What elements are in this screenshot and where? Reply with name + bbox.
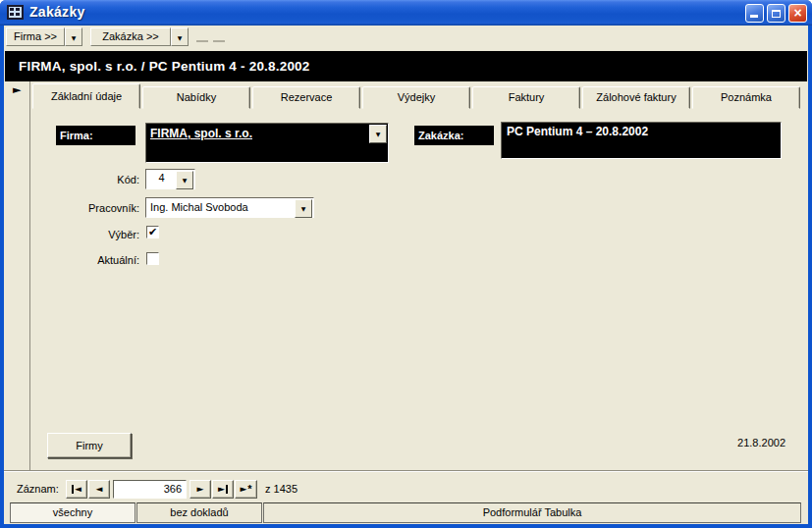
aktualni-label: Aktuální:: [57, 252, 139, 268]
pracovnik-combobox[interactable]: Ing. Michal Svoboda ▼: [145, 197, 314, 218]
vyber-checkbox[interactable]: ✔: [146, 226, 159, 238]
nav-new-star-icon: *: [247, 482, 251, 497]
dropdown-arrow-icon: ▼: [72, 34, 77, 41]
tab-rezervace[interactable]: Rezervace: [252, 86, 360, 109]
firma-combobox-value: FIRMA, spol. s r.o.: [150, 127, 252, 140]
window-title: Zakázky: [29, 4, 85, 20]
nav-last-bar-icon: [226, 485, 228, 494]
close-button[interactable]: ×: [788, 4, 807, 23]
filter-button-bez-dokladu[interactable]: bez dokladů: [136, 502, 262, 523]
firma-label: Firma:: [56, 126, 135, 145]
record-last-button[interactable]: ►: [212, 480, 234, 499]
record-number-input[interactable]: 366: [113, 480, 187, 499]
minimize-button[interactable]: [745, 4, 764, 23]
form-footer-divider: [4, 470, 808, 472]
footer-date: 21.8.2002: [687, 437, 785, 449]
tab-faktury[interactable]: Faktury: [472, 86, 580, 109]
firma-menu-button[interactable]: Firma >>: [6, 27, 65, 46]
nav-prev-icon: ◄: [96, 481, 103, 498]
dropdown-arrow-icon: ▼: [183, 177, 188, 184]
record-selector-arrow-icon: ►: [13, 83, 21, 96]
nav-next-icon: ►: [197, 481, 204, 498]
pracovnik-label: Pracovník:: [47, 200, 139, 216]
tab-nabidky[interactable]: Nabídky: [142, 86, 250, 109]
nav-first-icon: ◄: [75, 481, 81, 498]
nav-new-icon: ►: [240, 481, 246, 498]
zakazka-menu-button[interactable]: Zakázka >>: [90, 27, 171, 46]
vyber-label: Výběr:: [67, 227, 139, 242]
tab-vydejky[interactable]: Výdejky: [362, 86, 470, 109]
record-nav-label: Záznam:: [17, 480, 59, 499]
record-first-button[interactable]: ◄: [66, 480, 87, 499]
client-area: Firma >> ▼ Zakázka >> ▼ FIRMA, spol. s r…: [4, 26, 808, 524]
record-total-label: z 1435: [265, 480, 298, 499]
form-header-title: FIRMA, spol. s r.o. / PC Pentium 4 - 20.…: [19, 59, 310, 74]
disabled-toolbar-icon: [213, 40, 225, 42]
record-prev-button[interactable]: ◄: [88, 480, 110, 499]
title-bar[interactable]: Zakázky ×: [0, 0, 812, 26]
firmy-button[interactable]: Firmy: [47, 433, 132, 458]
dropdown-arrow-icon: ▼: [376, 131, 381, 137]
zakazka-dropdown-button[interactable]: ▼: [171, 27, 189, 46]
disabled-toolbar-icon: [196, 40, 208, 42]
aktualni-checkbox[interactable]: [146, 252, 159, 265]
record-new-button[interactable]: ►*: [235, 480, 257, 499]
maximize-icon: [772, 10, 781, 18]
close-icon: ×: [793, 5, 801, 22]
zakazka-label: Zakázka:: [414, 126, 494, 145]
record-selector-bar[interactable]: ►: [5, 81, 30, 471]
app-window: Zakázky × Firma >> ▼ Zakázka >> ▼ FIRMA,…: [0, 0, 812, 528]
dropdown-arrow-icon: ▼: [178, 34, 183, 41]
maximize-button[interactable]: [767, 4, 785, 23]
tab-zalohove-faktury[interactable]: Zálohové faktury: [582, 86, 690, 109]
dropdown-arrow-icon: ▼: [301, 205, 306, 212]
form-header: FIRMA, spol. s r.o. / PC Pentium 4 - 20.…: [5, 51, 807, 81]
minimize-icon: [750, 15, 758, 18]
kod-combobox-value: 4: [146, 172, 177, 184]
zakazka-field-value: PC Pentium 4 – 20.8.2002: [507, 125, 648, 138]
tab-poznamka[interactable]: Poznámka: [692, 86, 800, 109]
nav-first-bar-icon: [72, 485, 74, 494]
tab-zakladni-udaje[interactable]: Základní údaje: [32, 83, 140, 109]
kod-combobox-dropdown-button[interactable]: ▼: [176, 171, 193, 189]
firma-combobox-dropdown-button[interactable]: ▼: [369, 125, 387, 143]
firma-dropdown-button[interactable]: ▼: [65, 27, 82, 46]
pracovnik-combobox-dropdown-button[interactable]: ▼: [295, 199, 312, 218]
subform-button-podformular-tabulka[interactable]: Podformulář Tabulka: [263, 502, 801, 523]
nav-last-icon: ►: [218, 481, 225, 498]
pracovnik-combobox-value: Ing. Michal Svoboda: [150, 201, 248, 213]
firma-combobox[interactable]: FIRMA, spol. s r.o. ▼: [145, 123, 389, 163]
zakazka-field[interactable]: PC Pentium 4 – 20.8.2002: [501, 122, 782, 159]
filter-button-vsechny[interactable]: všechny: [10, 502, 135, 523]
kod-label: Kód:: [67, 172, 139, 187]
record-next-button[interactable]: ►: [189, 480, 211, 499]
form-icon: [7, 5, 24, 20]
kod-combobox[interactable]: 4 ▼: [145, 169, 195, 189]
